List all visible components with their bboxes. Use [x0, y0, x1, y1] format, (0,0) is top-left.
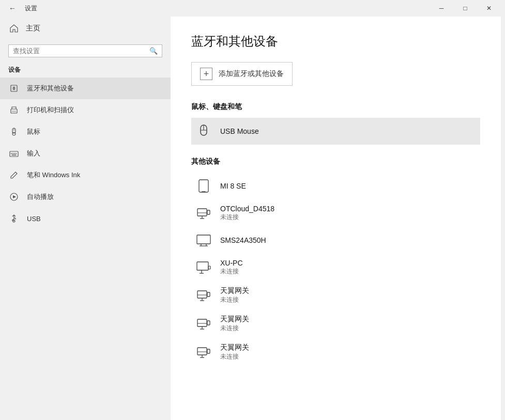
tianyi3-name: 天翼网关	[220, 343, 249, 352]
sidebar-usb-label: USB	[27, 215, 41, 223]
sidebar-autoplay-label: 自动播放	[27, 192, 54, 201]
xu-pc-status: 未连接	[220, 267, 243, 276]
scrollbar-track[interactable]	[501, 17, 505, 420]
mouse-icon	[8, 126, 20, 137]
mouse-keyboard-section: 鼠标、键盘和笔 USB Mouse	[191, 102, 480, 145]
mi8se-icon	[195, 178, 212, 194]
tianyi2-icon	[195, 316, 212, 332]
mouse-keyboard-section-title: 鼠标、键盘和笔	[191, 102, 480, 112]
sidebar-mouse-label: 鼠标	[27, 127, 40, 136]
sidebar-item-bluetooth[interactable]: 蓝牙和其他设备	[0, 77, 171, 99]
mi8se-name: MI 8 SE	[220, 182, 246, 190]
otcloud-status: 未连接	[220, 213, 274, 222]
device-item-usb-mouse[interactable]: USB Mouse	[191, 118, 480, 145]
search-icon: 🔍	[149, 47, 158, 55]
svg-point-5	[12, 132, 16, 135]
sidebar-item-home[interactable]: 主页	[0, 17, 171, 40]
add-icon: +	[200, 68, 212, 80]
device-item-otcloud[interactable]: OTCloud_D4518 未连接	[191, 199, 480, 227]
tianyi1-status: 未连接	[220, 295, 249, 304]
otcloud-name: OTCloud_D4518	[220, 205, 274, 213]
mouse-device-icon	[195, 123, 212, 139]
svg-rect-34	[197, 262, 208, 270]
usb-icon	[8, 213, 20, 224]
svg-rect-47	[207, 321, 210, 325]
sms24a-icon	[195, 232, 212, 248]
other-devices-section-title: 其他设备	[191, 157, 480, 166]
otcloud-icon	[195, 205, 212, 222]
app-container: 主页 🔍 设备 蓝牙和其他设备	[0, 17, 505, 420]
page-title: 蓝牙和其他设备	[191, 33, 480, 50]
other-devices-section: 其他设备 MI 8 SE	[191, 157, 480, 366]
close-button[interactable]: ✕	[477, 0, 501, 17]
sidebar-pen-label: 笔和 Windows Ink	[27, 170, 80, 180]
tianyi2-status: 未连接	[220, 324, 249, 333]
sidebar-item-input[interactable]: 输入	[0, 143, 171, 164]
bluetooth-icon	[8, 83, 20, 94]
svg-rect-6	[10, 151, 18, 157]
sidebar-bluetooth-label: 蓝牙和其他设备	[27, 84, 74, 93]
sidebar-item-printers[interactable]: 打印机和扫描仪	[0, 99, 171, 121]
tianyi3-info: 天翼网关 未连接	[220, 343, 249, 361]
tianyi2-name: 天翼网关	[220, 315, 249, 324]
sidebar-item-autoplay[interactable]: 自动播放	[0, 186, 171, 208]
usb-mouse-name: USB Mouse	[220, 127, 259, 135]
tianyi1-icon	[195, 287, 212, 304]
tianyi2-info: 天翼网关 未连接	[220, 315, 249, 333]
svg-marker-13	[13, 195, 16, 198]
sidebar-item-usb[interactable]: USB	[0, 208, 171, 229]
sidebar-item-mouse[interactable]: 鼠标	[0, 121, 171, 143]
main-content: 蓝牙和其他设备 + 添加蓝牙或其他设备 鼠标、键盘和笔 USB Mouse	[171, 17, 501, 420]
sms24a-name: SMS24A350H	[220, 236, 266, 244]
home-icon	[8, 23, 20, 34]
search-input[interactable]	[13, 47, 149, 55]
svg-rect-25	[197, 209, 207, 216]
pen-icon	[8, 169, 20, 181]
add-device-button[interactable]: + 添加蓝牙或其他设备	[191, 62, 293, 86]
device-item-xu-pc[interactable]: XU-PC 未连接	[191, 254, 480, 281]
svg-rect-2	[12, 111, 16, 112]
back-button[interactable]: ←	[4, 0, 21, 17]
svg-rect-52	[207, 349, 210, 353]
sidebar-section-label: 设备	[0, 64, 171, 77]
tianyi1-info: 天翼网关 未连接	[220, 286, 249, 304]
maximize-button[interactable]: □	[453, 0, 477, 17]
window-controls: ─ □ ✕	[430, 0, 501, 17]
device-item-mi8se[interactable]: MI 8 SE	[191, 173, 480, 199]
svg-rect-30	[197, 235, 210, 244]
autoplay-icon	[8, 191, 20, 203]
svg-rect-38	[197, 291, 207, 298]
device-item-tianyi1[interactable]: 天翼网关 未连接	[191, 281, 480, 309]
sms24a-info: SMS24A350H	[220, 236, 266, 244]
device-item-sms24a[interactable]: SMS24A350H	[191, 227, 480, 254]
minimize-button[interactable]: ─	[430, 0, 453, 17]
device-item-tianyi2[interactable]: 天翼网关 未连接	[191, 309, 480, 338]
titlebar: ← 设置 ─ □ ✕	[0, 0, 505, 17]
keyboard-icon	[8, 148, 20, 159]
window-title: 设置	[25, 4, 430, 13]
add-device-label: 添加蓝牙或其他设备	[219, 69, 284, 79]
sidebar-printers-label: 打印机和扫描仪	[27, 105, 74, 115]
xu-pc-info: XU-PC 未连接	[220, 259, 243, 276]
search-box: 🔍	[8, 44, 162, 57]
home-label: 主页	[26, 24, 40, 33]
tianyi1-name: 天翼网关	[220, 286, 249, 295]
xu-pc-icon	[195, 259, 212, 276]
mi8se-info: MI 8 SE	[220, 182, 246, 190]
svg-rect-42	[207, 292, 210, 297]
printer-icon	[8, 104, 20, 116]
svg-rect-0	[11, 85, 17, 91]
otcloud-info: OTCloud_D4518 未连接	[220, 205, 274, 222]
sidebar-input-label: 输入	[27, 149, 40, 158]
svg-rect-48	[197, 348, 207, 355]
svg-rect-43	[197, 319, 207, 326]
device-item-tianyi3[interactable]: 天翼网关 未连接	[191, 338, 480, 366]
tianyi3-status: 未连接	[220, 352, 249, 361]
sidebar: 主页 🔍 设备 蓝牙和其他设备	[0, 17, 171, 420]
svg-rect-23	[199, 180, 208, 192]
usb-mouse-info: USB Mouse	[220, 127, 259, 135]
tianyi3-icon	[195, 344, 212, 361]
sidebar-item-pen[interactable]: 笔和 Windows Ink	[0, 164, 171, 186]
svg-rect-29	[207, 210, 210, 214]
xu-pc-name: XU-PC	[220, 259, 243, 267]
